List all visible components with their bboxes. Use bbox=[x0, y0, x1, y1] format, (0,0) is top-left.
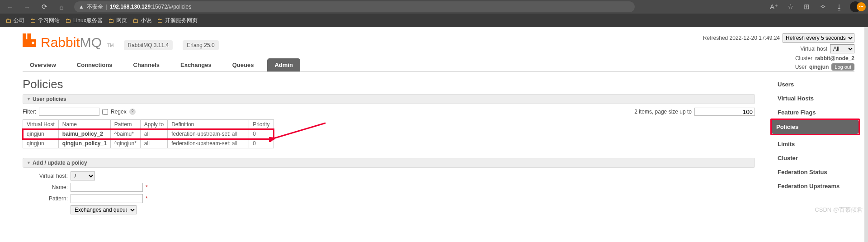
rnav-federation-upstreams[interactable]: Federation Upstreams bbox=[773, 179, 854, 193]
page-title: Policies bbox=[23, 77, 755, 91]
reload-icon[interactable]: ⟳ bbox=[38, 0, 51, 13]
tab-connections[interactable]: Connections bbox=[70, 58, 120, 71]
insecure-icon: ▲ bbox=[79, 4, 84, 10]
rnav-users[interactable]: Users bbox=[773, 77, 854, 91]
rnav-federation-status[interactable]: Federation Status bbox=[773, 165, 854, 179]
folder-icon: 🗀 bbox=[132, 17, 138, 24]
regex-checkbox[interactable] bbox=[102, 109, 108, 115]
watermark: CSDN @百慕倾君 bbox=[815, 206, 863, 214]
trademark: TM bbox=[107, 43, 113, 48]
table-row[interactable]: qingjun qingjun_policy_1 ^qingjun* all f… bbox=[23, 139, 274, 148]
bookmark-item[interactable]: 🗀公司 bbox=[5, 17, 24, 24]
form-vhost-select[interactable]: / bbox=[71, 171, 95, 180]
browser-right-controls: A⁺ ☆ ⊞ ✧ ⭳ bbox=[769, 1, 864, 12]
form-vhost-label: Virtual host: bbox=[23, 173, 68, 179]
col-name: Name bbox=[58, 120, 110, 129]
filter-label: Filter: bbox=[23, 109, 36, 115]
col-definition: Definition bbox=[168, 120, 249, 129]
browser-toolbar: ← → ⟳ ⌂ ▲ 不安全 | 192.168.130.129:15672/#/… bbox=[0, 0, 868, 14]
folder-icon: 🗀 bbox=[157, 17, 163, 24]
col-priority: Priority bbox=[249, 120, 274, 129]
rnav-limits[interactable]: Limits bbox=[773, 137, 854, 151]
chevron-down-icon: ▼ bbox=[27, 161, 31, 165]
form-applyto-select[interactable]: Exchanges and queues bbox=[71, 205, 137, 214]
rnav-feature-flags[interactable]: Feature Flags bbox=[773, 105, 854, 119]
extensions-icon[interactable]: ⊞ bbox=[801, 1, 812, 12]
col-vhost: Virtual Host bbox=[23, 120, 59, 129]
read-aloud-icon[interactable]: A⁺ bbox=[769, 1, 779, 12]
user-label: User bbox=[795, 64, 807, 70]
main-content: Policies ▼ User policies Filter: Regex ?… bbox=[23, 77, 755, 217]
form-name-input[interactable] bbox=[71, 183, 143, 192]
rnav-virtual-hosts[interactable]: Virtual Hosts bbox=[773, 91, 854, 105]
extension-badge[interactable]: ••• bbox=[857, 2, 866, 11]
divider: | bbox=[106, 4, 107, 10]
form-pattern-label: Pattern: bbox=[23, 195, 68, 202]
tab-channels[interactable]: Channels bbox=[126, 58, 167, 71]
forward-icon[interactable]: → bbox=[21, 0, 33, 13]
folder-icon: 🗀 bbox=[108, 17, 114, 24]
bookmark-item[interactable]: 🗀小说 bbox=[132, 17, 151, 24]
required-marker: * bbox=[146, 184, 148, 190]
cluster-name: rabbit@node_2 bbox=[815, 55, 854, 62]
svg-line-5 bbox=[274, 123, 326, 138]
section-add-update[interactable]: ▼ Add / update a policy bbox=[23, 158, 755, 168]
collections-icon[interactable]: ✧ bbox=[817, 1, 828, 12]
folder-icon: 🗀 bbox=[65, 17, 71, 24]
downloads-icon[interactable]: ⭳ bbox=[834, 1, 844, 12]
page-header: RabbitMQ TM RabbitMQ 3.11.4 Erlang 25.0 … bbox=[23, 33, 854, 72]
col-applyto: Apply to bbox=[140, 120, 167, 129]
rnav-policies[interactable]: Policies bbox=[772, 120, 859, 134]
home-icon[interactable]: ⌂ bbox=[55, 0, 68, 13]
page: RabbitMQ TM RabbitMQ 3.11.4 Erlang 25.0 … bbox=[0, 27, 868, 217]
status-panel: Refreshed 2022-12-20 17:49:24 Refresh ev… bbox=[703, 33, 854, 72]
tab-exchanges[interactable]: Exchanges bbox=[173, 58, 219, 71]
rnav-cluster[interactable]: Cluster bbox=[773, 151, 854, 165]
folder-icon: 🗀 bbox=[30, 17, 36, 24]
bookmark-item[interactable]: 🗀网页 bbox=[108, 17, 127, 24]
chevron-down-icon: ▼ bbox=[27, 97, 31, 101]
paging-text: 2 items, page size up to bbox=[634, 109, 692, 115]
col-pattern: Pattern bbox=[110, 120, 140, 129]
vhost-label: Virtual host bbox=[800, 46, 827, 52]
required-marker: * bbox=[146, 195, 148, 202]
tab-queues[interactable]: Queues bbox=[225, 58, 261, 71]
svg-point-3 bbox=[32, 42, 34, 44]
back-icon[interactable]: ← bbox=[4, 0, 16, 13]
address-bar[interactable]: ▲ 不安全 | 192.168.130.129:15672/#/policies bbox=[74, 1, 635, 12]
highlight-annotation: Policies bbox=[770, 119, 860, 135]
table-row[interactable]: qingjun baimu_policy_2 ^baimu* all feder… bbox=[23, 129, 274, 139]
insecure-label: 不安全 bbox=[87, 3, 103, 11]
bookmark-item[interactable]: 🗀开源服务网页 bbox=[157, 17, 198, 24]
regex-label: Regex bbox=[111, 109, 127, 115]
section-user-policies[interactable]: ▼ User policies bbox=[23, 94, 755, 104]
erlang-version-badge: Erlang 25.0 bbox=[183, 40, 218, 50]
bookmark-item[interactable]: 🗀Linux服务器 bbox=[65, 17, 103, 24]
policies-table: Virtual Host Name Pattern Apply to Defin… bbox=[23, 119, 274, 148]
logo-text: RabbitMQ bbox=[41, 35, 102, 50]
logout-button[interactable]: Log out bbox=[831, 63, 854, 71]
favorite-icon[interactable]: ☆ bbox=[785, 1, 796, 12]
rabbitmq-logo bbox=[23, 33, 36, 47]
tab-overview[interactable]: Overview bbox=[23, 58, 63, 71]
vhost-select[interactable]: All bbox=[830, 44, 854, 53]
refreshed-text: Refreshed 2022-12-20 17:49:24 bbox=[703, 35, 780, 41]
refresh-interval-select[interactable]: Refresh every 5 seconds bbox=[783, 33, 854, 43]
filter-row: Filter: Regex ? 2 items, page size up to bbox=[23, 108, 755, 116]
arrow-annotation bbox=[269, 119, 328, 142]
help-icon[interactable]: ? bbox=[129, 109, 136, 115]
form-pattern-input[interactable] bbox=[71, 194, 143, 203]
page-size-input[interactable] bbox=[694, 108, 755, 116]
admin-right-nav: Users Virtual Hosts Feature Flags Polici… bbox=[773, 77, 854, 217]
bookmark-item[interactable]: 🗀学习网站 bbox=[30, 17, 60, 24]
form-name-label: Name: bbox=[23, 184, 68, 190]
tab-admin[interactable]: Admin bbox=[267, 58, 300, 71]
rabbitmq-version-badge: RabbitMQ 3.11.4 bbox=[124, 40, 173, 50]
folder-icon: 🗀 bbox=[5, 17, 11, 24]
cluster-label: Cluster bbox=[795, 55, 812, 62]
user-name: qingjun bbox=[809, 64, 829, 70]
url-text: 192.168.130.129:15672/#/policies bbox=[110, 4, 630, 10]
bookmarks-bar: 🗀公司 🗀学习网站 🗀Linux服务器 🗀网页 🗀小说 🗀开源服务网页 bbox=[0, 14, 868, 27]
filter-input[interactable] bbox=[39, 108, 99, 116]
